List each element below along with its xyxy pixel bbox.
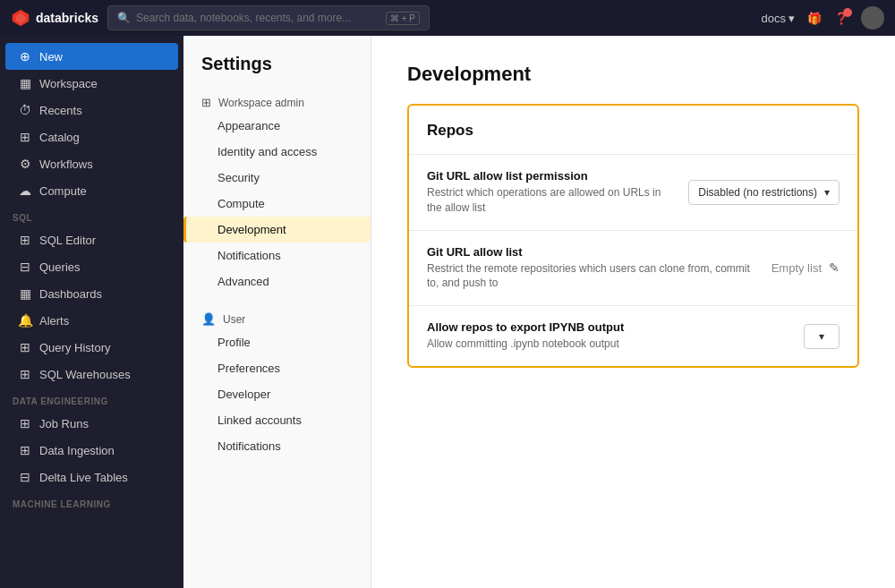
allow-ipynb-info: Allow repos to export IPYNB output Allow… bbox=[427, 320, 789, 352]
compute-icon: ☁ bbox=[18, 183, 32, 198]
brand-name: databricks bbox=[36, 11, 98, 25]
sidebar-item-delta-live-tables-label: Delta Live Tables bbox=[39, 471, 128, 484]
settings-sidebar: Settings ⊞ Workspace admin Appearance Id… bbox=[183, 36, 371, 588]
settings-nav-security[interactable]: Security bbox=[183, 165, 371, 191]
git-url-list-info: Git URL allow list Restrict the remote r… bbox=[427, 245, 757, 292]
empty-list-display: Empty list ✎ bbox=[771, 260, 840, 275]
git-url-permission-label: Git URL allow list permission bbox=[427, 169, 674, 183]
sidebar-item-job-runs[interactable]: ⊞ Job Runs bbox=[5, 410, 178, 437]
main-layout: ⊕ New ▦ Workspace ⏱ Recents ⊞ Catalog ⚙ … bbox=[0, 36, 895, 588]
settings-nav-linked-accounts[interactable]: Linked accounts bbox=[183, 407, 371, 433]
settings-nav-user-notifications[interactable]: Notifications bbox=[183, 433, 371, 459]
help-button[interactable]: ❓ bbox=[834, 12, 848, 25]
settings-nav-identity[interactable]: Identity and access bbox=[183, 139, 371, 165]
git-url-permission-dropdown[interactable]: Disabled (no restrictions) ▾ bbox=[688, 180, 840, 205]
sidebar-item-new-label: New bbox=[39, 50, 63, 64]
sidebar-item-workflows-label: Workflows bbox=[39, 158, 93, 171]
sql-section-label: SQL bbox=[0, 204, 183, 226]
sidebar-item-alerts[interactable]: 🔔 Alerts bbox=[5, 307, 178, 334]
sql-warehouses-icon: ⊞ bbox=[18, 367, 32, 381]
settings-nav-notifications[interactable]: Notifications bbox=[183, 243, 371, 268]
search-icon: 🔍 bbox=[117, 12, 131, 24]
git-url-permission-desc: Restrict which operations are allowed on… bbox=[427, 185, 674, 216]
allow-ipynb-chevron-icon: ▾ bbox=[819, 330, 824, 343]
dropdown-chevron-icon: ▾ bbox=[824, 186, 830, 199]
page-title: Development bbox=[407, 63, 859, 86]
docs-label: docs bbox=[762, 12, 786, 25]
sidebar-item-queries[interactable]: ⊟ Queries bbox=[5, 253, 178, 280]
sidebar-item-recents-label: Recents bbox=[39, 104, 82, 117]
workspace-admin-icon: ⊞ bbox=[201, 96, 211, 109]
workflows-icon: ⚙ bbox=[18, 157, 32, 171]
sidebar-item-compute[interactable]: ☁ Compute bbox=[5, 177, 178, 204]
sidebar-item-new[interactable]: ⊕ New bbox=[5, 43, 178, 70]
allow-ipynb-dropdown[interactable]: ▾ bbox=[804, 324, 840, 349]
de-section-label: Data Engineering bbox=[0, 388, 183, 410]
sidebar-item-data-ingestion[interactable]: ⊞ Data Ingestion bbox=[5, 437, 178, 464]
new-icon: ⊕ bbox=[18, 49, 32, 64]
settings-nav-developer[interactable]: Developer bbox=[183, 381, 371, 407]
git-url-list-control: Empty list ✎ bbox=[771, 260, 840, 275]
workspace-admin-label: Workspace admin bbox=[218, 97, 304, 109]
sidebar-item-queries-label: Queries bbox=[39, 260, 81, 274]
settings-nav-preferences[interactable]: Preferences bbox=[183, 355, 371, 381]
brand-logo: databricks bbox=[11, 8, 98, 28]
sql-editor-icon: ⊞ bbox=[18, 233, 32, 247]
settings-nav-appearance[interactable]: Appearance bbox=[183, 113, 371, 139]
allow-ipynb-desc: Allow committing .ipynb notebook output bbox=[427, 337, 789, 352]
help-badge bbox=[843, 8, 852, 17]
git-url-list-label: Git URL allow list bbox=[427, 245, 757, 259]
sidebar-item-recents[interactable]: ⏱ Recents bbox=[5, 97, 178, 124]
query-history-icon: ⊞ bbox=[18, 340, 32, 354]
git-url-list-row: Git URL allow list Restrict the remote r… bbox=[409, 230, 857, 306]
alerts-icon: 🔔 bbox=[18, 313, 32, 328]
sidebar-item-query-history[interactable]: ⊞ Query History bbox=[5, 334, 178, 361]
sidebar-item-sql-editor[interactable]: ⊞ SQL Editor bbox=[5, 226, 178, 253]
settings-nav-compute[interactable]: Compute bbox=[183, 191, 371, 217]
dashboards-icon: ▦ bbox=[18, 286, 32, 301]
sidebar-item-workflows[interactable]: ⚙ Workflows bbox=[5, 150, 178, 177]
content-area: Development Repos Git URL allow list per… bbox=[371, 36, 895, 588]
gift-button[interactable]: 🎁 bbox=[807, 12, 822, 25]
sidebar-item-dashboards-label: Dashboards bbox=[39, 287, 102, 301]
settings-nav-development[interactable]: Development bbox=[183, 217, 371, 243]
job-runs-icon: ⊞ bbox=[18, 416, 32, 430]
git-url-permission-row: Git URL allow list permission Restrict w… bbox=[409, 154, 857, 230]
sidebar-item-workspace[interactable]: ▦ Workspace bbox=[5, 70, 178, 97]
docs-link[interactable]: docs ▾ bbox=[762, 12, 795, 25]
topbar-right: docs ▾ 🎁 ❓ bbox=[762, 6, 884, 30]
user-group-icon: 👤 bbox=[201, 312, 216, 326]
settings-nav-profile[interactable]: Profile bbox=[183, 329, 371, 355]
sidebar-item-sql-warehouses-label: SQL Warehouses bbox=[39, 368, 131, 381]
empty-list-text: Empty list bbox=[771, 261, 822, 275]
user-group-label: 👤 User bbox=[183, 305, 371, 329]
sidebar-item-delta-live-tables[interactable]: ⊟ Delta Live Tables bbox=[5, 464, 178, 490]
git-url-permission-control: Disabled (no restrictions) ▾ bbox=[688, 180, 840, 205]
catalog-icon: ⊞ bbox=[18, 130, 32, 144]
sidebar-item-alerts-label: Alerts bbox=[39, 314, 69, 328]
git-url-permission-value: Disabled (no restrictions) bbox=[698, 186, 817, 199]
search-bar[interactable]: 🔍 ⌘ + P bbox=[107, 5, 430, 30]
repos-card: Repos Git URL allow list permission Rest… bbox=[407, 104, 859, 368]
user-label: User bbox=[223, 313, 245, 326]
search-shortcut: ⌘ + P bbox=[386, 12, 420, 25]
sidebar-item-workspace-label: Workspace bbox=[39, 77, 98, 90]
workspace-admin-group-label: ⊞ Workspace admin bbox=[183, 89, 371, 113]
queries-icon: ⊟ bbox=[18, 260, 32, 274]
sidebar-item-dashboards[interactable]: ▦ Dashboards bbox=[5, 280, 178, 307]
settings-nav-advanced[interactable]: Advanced bbox=[183, 268, 371, 294]
delta-live-tables-icon: ⊟ bbox=[18, 470, 32, 484]
sidebar-item-catalog[interactable]: ⊞ Catalog bbox=[5, 124, 178, 150]
docs-chevron-icon: ▾ bbox=[788, 12, 795, 25]
allow-ipynb-control: ▾ bbox=[804, 324, 840, 349]
git-url-list-desc: Restrict the remote repositories which u… bbox=[427, 261, 757, 292]
search-input[interactable] bbox=[136, 12, 380, 24]
sidebar-item-sql-warehouses[interactable]: ⊞ SQL Warehouses bbox=[5, 361, 178, 388]
allow-ipynb-row: Allow repos to export IPYNB output Allow… bbox=[409, 305, 857, 366]
avatar[interactable] bbox=[861, 6, 884, 30]
edit-icon[interactable]: ✎ bbox=[829, 260, 840, 275]
gift-icon: 🎁 bbox=[807, 12, 822, 25]
sidebar-item-job-runs-label: Job Runs bbox=[39, 417, 89, 430]
settings-title: Settings bbox=[183, 54, 371, 89]
topbar: databricks 🔍 ⌘ + P docs ▾ 🎁 ❓ bbox=[0, 0, 895, 36]
